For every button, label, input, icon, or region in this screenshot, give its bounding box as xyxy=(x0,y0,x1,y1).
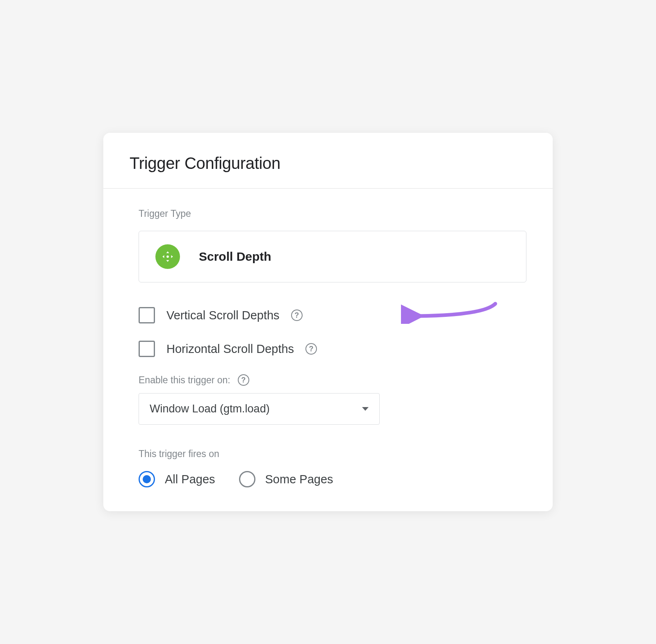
svg-point-0 xyxy=(166,255,169,258)
enable-trigger-label: Enable this trigger on: xyxy=(139,375,230,386)
horizontal-scroll-label: Horizontal Scroll Depths xyxy=(166,342,294,356)
help-icon[interactable]: ? xyxy=(238,374,249,386)
radio-label-all: All Pages xyxy=(165,473,215,486)
chevron-down-icon xyxy=(362,407,369,411)
horizontal-scroll-checkbox[interactable] xyxy=(139,341,155,357)
trigger-type-value: Scroll Depth xyxy=(199,250,271,264)
radio-input-some[interactable] xyxy=(239,471,255,487)
enable-label-row: Enable this trigger on: ? xyxy=(139,374,526,386)
fires-on-radio-group: All Pages Some Pages xyxy=(139,471,526,487)
help-icon[interactable]: ? xyxy=(291,309,303,321)
vertical-scroll-row: Vertical Scroll Depths ? xyxy=(139,307,526,323)
fires-on-label: This trigger fires on xyxy=(139,448,526,460)
annotation-arrow xyxy=(401,301,499,324)
horizontal-scroll-row: Horizontal Scroll Depths ? xyxy=(139,341,526,357)
vertical-scroll-label: Vertical Scroll Depths xyxy=(166,309,280,322)
trigger-type-selector[interactable]: Scroll Depth xyxy=(139,231,526,282)
enable-trigger-value: Window Load (gtm.load) xyxy=(150,403,270,415)
enable-trigger-select[interactable]: Window Load (gtm.load) xyxy=(139,393,380,425)
radio-input-all[interactable] xyxy=(139,471,155,487)
radio-label-some: Some Pages xyxy=(265,473,333,486)
enable-section: Enable this trigger on: ? Window Load (g… xyxy=(139,374,526,425)
help-icon[interactable]: ? xyxy=(305,343,317,355)
radio-all-pages[interactable]: All Pages xyxy=(139,471,215,487)
vertical-scroll-checkbox[interactable] xyxy=(139,307,155,323)
trigger-type-label: Trigger Type xyxy=(139,208,526,219)
page-title: Trigger Configuration xyxy=(130,154,526,173)
scroll-depth-icon xyxy=(155,244,180,269)
card-body: Trigger Type Scroll Depth Vertical Scrol… xyxy=(103,189,553,511)
trigger-config-card: Trigger Configuration Trigger Type Scrol… xyxy=(103,133,553,511)
radio-some-pages[interactable]: Some Pages xyxy=(239,471,333,487)
card-header: Trigger Configuration xyxy=(103,133,553,188)
